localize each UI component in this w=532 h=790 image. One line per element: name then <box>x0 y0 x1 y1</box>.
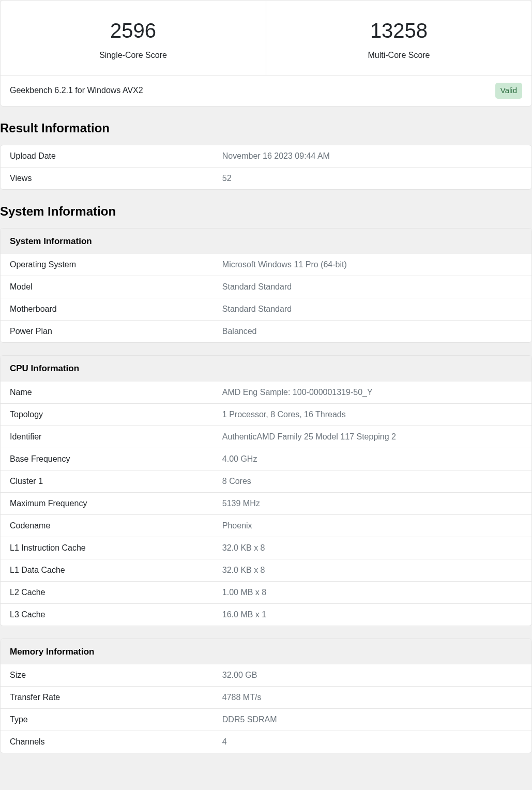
row-value: Phoenix <box>213 514 531 537</box>
cpu-info-card: CPU Information NameAMD Eng Sample: 100-… <box>0 355 532 626</box>
row-value: 32.0 KB x 8 <box>213 537 531 559</box>
table-row: Maximum Frequency5139 MHz <box>1 492 531 514</box>
system-info-title: System Information <box>0 202 532 221</box>
row-label: L1 Data Cache <box>1 559 213 581</box>
row-value: 16.0 MB x 1 <box>213 603 531 626</box>
row-label: Topology <box>1 403 213 426</box>
row-label: Views <box>1 167 213 189</box>
row-value: 4788 MT/s <box>213 687 531 709</box>
row-label: Codename <box>1 514 213 537</box>
row-label: Cluster 1 <box>1 470 213 492</box>
row-value: 8 Cores <box>213 470 531 492</box>
result-info-card: Upload DateNovember 16 2023 09:44 AMView… <box>0 145 532 190</box>
row-value: AMD Eng Sample: 100-000001319-50_Y <box>213 382 531 404</box>
table-row: L2 Cache1.00 MB x 8 <box>1 581 531 603</box>
table-row: Topology1 Processor, 8 Cores, 16 Threads <box>1 403 531 426</box>
single-core-cell: 2596 Single-Core Score <box>1 1 266 75</box>
row-label: Transfer Rate <box>1 687 213 709</box>
table-row: TypeDDR5 SDRAM <box>1 709 531 731</box>
row-label: Model <box>1 276 213 298</box>
memory-info-header: Memory Information <box>1 639 531 665</box>
single-core-label: Single-Core Score <box>6 49 261 62</box>
row-label: Identifier <box>1 426 213 448</box>
row-label: Base Frequency <box>1 448 213 470</box>
table-row: Channels4 <box>1 731 531 753</box>
row-label: L2 Cache <box>1 581 213 603</box>
row-value: 5139 MHz <box>213 492 531 514</box>
table-row: Operating SystemMicrosoft Windows 11 Pro… <box>1 254 531 276</box>
table-row: Transfer Rate4788 MT/s <box>1 687 531 709</box>
table-row: L3 Cache16.0 MB x 1 <box>1 603 531 626</box>
row-value: Microsoft Windows 11 Pro (64-bit) <box>213 254 531 276</box>
row-value: 1 Processor, 8 Cores, 16 Threads <box>213 403 531 426</box>
table-row: Cluster 18 Cores <box>1 470 531 492</box>
row-value: Standard Standard <box>213 276 531 298</box>
multi-core-cell: 13258 Multi-Core Score <box>266 1 531 75</box>
row-value: AuthenticAMD Family 25 Model 117 Steppin… <box>213 426 531 448</box>
table-row: Base Frequency4.00 GHz <box>1 448 531 470</box>
row-label: Type <box>1 709 213 731</box>
row-value: November 16 2023 09:44 AM <box>213 145 531 168</box>
row-label: Maximum Frequency <box>1 492 213 514</box>
system-info-header: System Information <box>1 229 531 254</box>
table-row: MotherboardStandard Standard <box>1 298 531 321</box>
score-card: 2596 Single-Core Score 13258 Multi-Core … <box>0 0 532 107</box>
memory-info-card: Memory Information Size32.00 GBTransfer … <box>0 639 532 754</box>
row-label: Power Plan <box>1 321 213 343</box>
row-value: DDR5 SDRAM <box>213 709 531 731</box>
row-value: 32.00 GB <box>213 664 531 687</box>
row-label: Size <box>1 664 213 687</box>
table-row: Power PlanBalanced <box>1 321 531 343</box>
row-value: Standard Standard <box>213 298 531 321</box>
table-row: Size32.00 GB <box>1 664 531 687</box>
result-info-title: Result Information <box>0 119 532 138</box>
multi-core-score: 13258 <box>271 15 526 46</box>
row-label: Channels <box>1 731 213 753</box>
row-label: L3 Cache <box>1 603 213 626</box>
table-row: NameAMD Eng Sample: 100-000001319-50_Y <box>1 382 531 404</box>
table-row: ModelStandard Standard <box>1 276 531 298</box>
row-label: Motherboard <box>1 298 213 321</box>
row-value: Balanced <box>213 321 531 343</box>
table-row: IdentifierAuthenticAMD Family 25 Model 1… <box>1 426 531 448</box>
table-row: CodenamePhoenix <box>1 514 531 537</box>
row-label: Operating System <box>1 254 213 276</box>
row-label: Upload Date <box>1 145 213 168</box>
app-version: Geekbench 6.2.1 for Windows AVX2 <box>10 84 143 97</box>
row-value: 4 <box>213 731 531 753</box>
row-label: Name <box>1 382 213 404</box>
table-row: L1 Data Cache32.0 KB x 8 <box>1 559 531 581</box>
table-row: Views52 <box>1 167 531 189</box>
row-label: L1 Instruction Cache <box>1 537 213 559</box>
single-core-score: 2596 <box>6 15 261 46</box>
row-value: 1.00 MB x 8 <box>213 581 531 603</box>
table-row: L1 Instruction Cache32.0 KB x 8 <box>1 537 531 559</box>
system-info-card: System Information Operating SystemMicro… <box>0 228 532 343</box>
row-value: 32.0 KB x 8 <box>213 559 531 581</box>
status-badge: Valid <box>495 83 522 99</box>
cpu-info-header: CPU Information <box>1 356 531 382</box>
table-row: Upload DateNovember 16 2023 09:44 AM <box>1 145 531 168</box>
row-value: 52 <box>213 167 531 189</box>
multi-core-label: Multi-Core Score <box>271 49 526 62</box>
row-value: 4.00 GHz <box>213 448 531 470</box>
